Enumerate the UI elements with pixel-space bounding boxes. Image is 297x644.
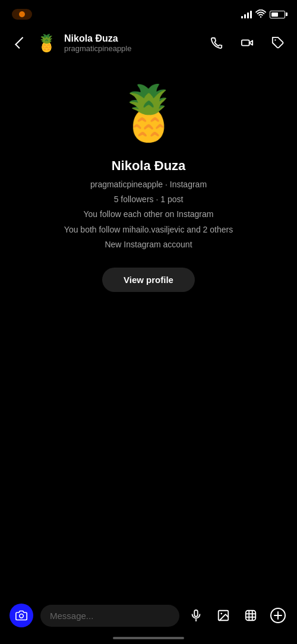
signal-bars-icon (241, 10, 252, 18)
svg-point-7 (220, 612, 222, 614)
status-bar (0, 0, 297, 26)
camera-icon (15, 610, 27, 621)
mic-icon (189, 609, 203, 622)
mutual-follow-line: You follow each other on Instagram (64, 207, 233, 222)
plus-button[interactable] (268, 606, 287, 625)
header-actions (207, 33, 287, 52)
sticker-button[interactable] (241, 606, 260, 625)
message-input[interactable]: Message... (40, 605, 179, 627)
profile-meta: pragmaticpineapple · Instagram 5 followe… (64, 177, 233, 252)
plus-icon (270, 608, 286, 623)
header-avatar: 🍍 (34, 31, 58, 55)
status-icons (241, 10, 285, 20)
status-pill (12, 9, 32, 20)
sticker-icon (244, 609, 257, 622)
tag-icon (271, 36, 285, 49)
account-age-line: New Instagram account (64, 237, 233, 252)
home-indicator (113, 637, 184, 639)
svg-rect-1 (242, 40, 249, 45)
tag-button[interactable] (268, 33, 287, 52)
photo-icon (217, 609, 230, 622)
video-button[interactable] (238, 33, 257, 52)
back-button[interactable] (10, 33, 29, 52)
header-info: Nikola Đuza pragmaticpineapple (64, 33, 201, 53)
svg-point-0 (260, 16, 261, 17)
svg-point-3 (20, 614, 24, 618)
video-icon (241, 36, 254, 49)
profile-name: Nikola Đuza (112, 158, 186, 174)
chat-header: 🍍 Nikola Đuza pragmaticpineapple (0, 26, 297, 59)
followers-line: 5 followers · 1 post (64, 192, 233, 207)
svg-rect-4 (194, 610, 198, 617)
header-username: pragmaticpineapple (64, 44, 201, 53)
mic-button[interactable] (187, 606, 206, 625)
view-profile-button[interactable]: View profile (102, 268, 195, 292)
message-placeholder: Message... (50, 611, 93, 621)
battery-icon (270, 11, 285, 18)
svg-rect-8 (246, 611, 256, 621)
camera-button[interactable] (10, 604, 33, 627)
phone-icon (210, 36, 223, 49)
header-name: Nikola Đuza (64, 33, 201, 44)
profile-avatar-large: 🍍 (113, 77, 184, 149)
photo-button[interactable] (214, 606, 233, 625)
input-actions (187, 606, 287, 625)
status-dot (19, 11, 25, 17)
back-chevron-icon (15, 37, 27, 49)
mutual-users-line: You both follow mihailo.vasiljevic and 2… (64, 222, 233, 237)
wifi-icon (255, 10, 266, 20)
phone-button[interactable] (207, 33, 226, 52)
profile-content: 🍍 Nikola Đuza pragmaticpineapple · Insta… (0, 59, 297, 304)
username-instagram-line: pragmaticpineapple · Instagram (64, 177, 233, 192)
